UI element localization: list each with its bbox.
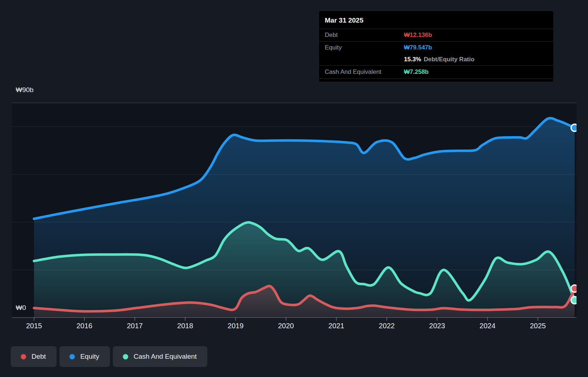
x-axis-label-2024: 2024	[479, 322, 496, 330]
cash-dot-icon	[123, 354, 128, 359]
legend-item-cash[interactable]: Cash And Equivalent	[113, 346, 207, 367]
legend-item-debt[interactable]: Debt	[11, 346, 57, 367]
x-axis-label-2015: 2015	[26, 322, 42, 330]
tooltip-cash-label: Cash And Equivalent	[325, 68, 404, 76]
legend-equity-label: Equity	[80, 353, 99, 361]
y-axis-max-label: ₩90b	[16, 86, 34, 94]
x-axis-label-2017: 2017	[127, 322, 143, 330]
x-axis-label-2021: 2021	[328, 322, 344, 330]
legend-debt-label: Debt	[32, 353, 46, 361]
equity-dot-icon	[69, 354, 75, 359]
legend-cash-label: Cash And Equivalent	[134, 353, 197, 361]
x-axis-label-2016: 2016	[76, 322, 92, 330]
tooltip-ratio-value: 15.3%	[404, 56, 421, 63]
tooltip-row-equity: Equity ₩79.547b	[319, 41, 553, 54]
tooltip-row-cash: Cash And Equivalent ₩7.258b	[319, 65, 553, 79]
chart-tooltip: Mar 31 2025 Debt ₩12.136b Equity ₩79.547…	[319, 11, 553, 82]
x-axis-label-2022: 2022	[379, 322, 395, 330]
tooltip-ratio-label: Debt/Equity Ratio	[424, 56, 474, 63]
legend-item-equity[interactable]: Equity	[59, 346, 110, 367]
tooltip-equity-label: Equity	[325, 44, 404, 51]
tooltip-row-ratio: 15.3% Debt/Equity Ratio	[319, 54, 553, 65]
debt-end-marker	[571, 285, 578, 292]
tooltip-date: Mar 31 2025	[319, 11, 553, 29]
x-axis-label-2023: 2023	[429, 322, 445, 330]
tooltip-cash-value: ₩7.258b	[404, 68, 429, 76]
tooltip-debt-label: Debt	[325, 32, 404, 39]
debt-dot-icon	[21, 354, 26, 359]
x-axis-label-2025: 2025	[530, 322, 546, 330]
y-axis-zero-label: ₩0	[16, 304, 26, 312]
x-axis-label-2018: 2018	[177, 322, 193, 330]
cash-end-marker	[571, 297, 578, 304]
tooltip-row-debt: Debt ₩12.136b	[319, 29, 553, 41]
tooltip-equity-value: ₩79.547b	[404, 44, 432, 51]
x-axis-label-2020: 2020	[278, 322, 294, 330]
x-axis-label-2019: 2019	[228, 322, 244, 330]
tooltip-debt-value: ₩12.136b	[404, 32, 432, 39]
chart-legend: Debt Equity Cash And Equivalent	[11, 346, 207, 367]
equity-end-marker	[571, 124, 578, 132]
